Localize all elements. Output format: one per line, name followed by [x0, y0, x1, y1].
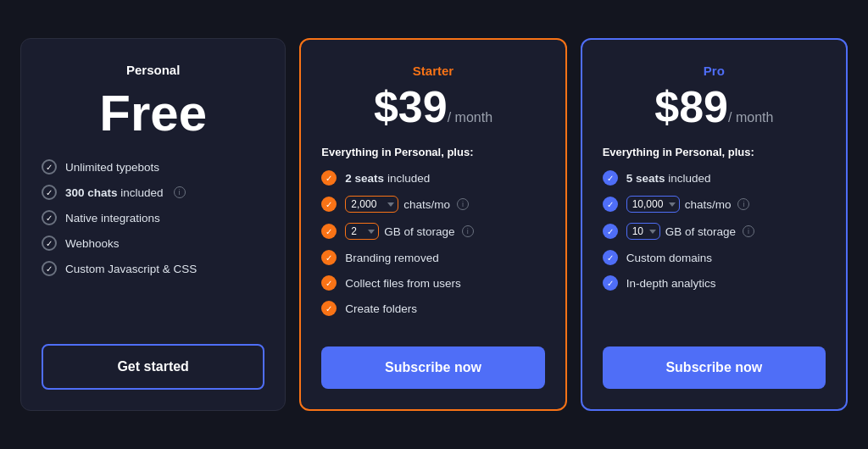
check-icon: ✓	[42, 261, 57, 276]
check-icon: ✓	[42, 210, 57, 225]
plan-per-month-pro: / month	[728, 110, 773, 125]
list-item: ✓300 chats includedi	[42, 185, 264, 200]
check-icon: ✓	[42, 236, 57, 251]
dropdown-starter-2[interactable]: 12510	[345, 223, 379, 240]
feature-text: Branding removed	[345, 252, 438, 264]
check-icon: ✓	[603, 275, 618, 291]
dropdown-pro-2[interactable]: 5102050	[626, 223, 660, 240]
info-icon[interactable]: i	[462, 225, 474, 237]
check-icon: ✓	[321, 250, 337, 265]
feature-suffix: chats/mo	[685, 198, 732, 211]
plan-per-month-starter: / month	[448, 110, 492, 125]
cta-area-personal: Get started	[42, 344, 264, 390]
plan-price-pro: $89/ month	[654, 82, 773, 131]
feature-suffix: GB of storage	[384, 225, 454, 238]
cta-area-pro: Subscribe now	[603, 346, 826, 389]
list-item: ✓Custom Javascript & CSS	[42, 261, 264, 276]
plan-name-personal: Personal	[42, 63, 264, 77]
feature-list-personal: ✓Unlimited typebots✓300 chats includedi✓…	[42, 159, 264, 324]
list-item: ✓2 seats included	[321, 170, 544, 186]
list-item: ✓Branding removed	[321, 250, 544, 265]
feature-bold-text: 2 seats	[345, 172, 384, 185]
plan-card-starter: Starter$39/ monthEverything in Personal,…	[299, 38, 566, 411]
list-item: ✓Native integrations	[42, 210, 264, 225]
cta-button-pro[interactable]: Subscribe now	[603, 346, 826, 389]
feature-list-starter: ✓2 seats included✓1,0002,0005,00010,000c…	[321, 170, 544, 326]
list-item: ✓1,0002,0005,00010,000chats/moi	[321, 196, 544, 213]
check-icon: ✓	[321, 301, 337, 316]
feature-suffix: GB of storage	[665, 225, 736, 238]
feature-text: In-depth analytics	[626, 277, 716, 290]
info-icon[interactable]: i	[737, 198, 749, 210]
check-icon: ✓	[603, 170, 618, 186]
list-item: ✓12510GB of storagei	[321, 223, 544, 240]
cta-button-personal[interactable]: Get started	[42, 344, 264, 390]
info-icon[interactable]: i	[743, 225, 754, 237]
check-icon: ✓	[321, 275, 337, 291]
check-icon: ✓	[603, 224, 618, 239]
feature-text: Native integrations	[65, 212, 160, 224]
plan-card-personal: PersonalFree✓Unlimited typebots✓300 chat…	[20, 38, 286, 411]
check-icon: ✓	[321, 224, 337, 239]
feature-text: Custom Javascript & CSS	[65, 263, 197, 275]
list-item: ✓Collect files from users	[321, 275, 544, 291]
plan-price-row-starter: $39/ month	[321, 85, 544, 129]
feature-inline: 1,0002,0005,00010,000chats/moi	[345, 196, 469, 213]
cta-area-starter: Subscribe now	[321, 346, 544, 389]
check-icon: ✓	[42, 159, 57, 175]
feature-text: Collect files from users	[345, 277, 461, 290]
plan-price-row-pro: $89/ month	[603, 85, 826, 129]
plan-everything-plus-pro: Everything in Personal, plus:	[603, 146, 826, 158]
feature-text: 300 chats included	[65, 186, 164, 199]
info-icon[interactable]: i	[174, 186, 186, 198]
feature-text: 2 seats included	[345, 172, 430, 185]
dropdown-pro-1[interactable]: 5,00010,00020,00050,000	[626, 196, 680, 213]
plan-card-pro: Pro$89/ monthEverything in Personal, plu…	[581, 38, 848, 411]
list-item: ✓5102050GB of storagei	[603, 223, 826, 240]
list-item: ✓Create folders	[321, 301, 544, 316]
list-item: ✓Unlimited typebots	[42, 159, 264, 175]
info-icon[interactable]: i	[457, 198, 469, 210]
check-icon: ✓	[321, 170, 337, 186]
feature-inline: 5102050GB of storagei	[626, 223, 754, 240]
plan-price-personal: Free	[42, 84, 264, 142]
check-icon: ✓	[42, 185, 57, 200]
list-item: ✓5,00010,00020,00050,000chats/moi	[603, 196, 826, 213]
dropdown-starter-1[interactable]: 1,0002,0005,00010,000	[345, 196, 398, 213]
list-item: ✓Webhooks	[42, 236, 264, 251]
list-item: ✓5 seats included	[603, 170, 826, 186]
plan-name-starter: Starter	[321, 64, 544, 78]
plan-name-pro: Pro	[603, 64, 826, 78]
plan-price-starter: $39/ month	[374, 82, 492, 131]
feature-text: 5 seats included	[626, 172, 711, 185]
feature-text: Unlimited typebots	[65, 161, 159, 174]
feature-list-pro: ✓5 seats included✓5,00010,00020,00050,00…	[603, 170, 826, 326]
plans-container: PersonalFree✓Unlimited typebots✓300 chat…	[0, 18, 868, 431]
list-item: ✓Custom domains	[603, 250, 826, 265]
feature-bold-text: 300 chats	[65, 186, 118, 199]
plan-everything-plus-starter: Everything in Personal, plus:	[321, 146, 544, 158]
list-item: ✓In-depth analytics	[603, 275, 826, 291]
check-icon: ✓	[603, 197, 618, 212]
check-icon: ✓	[321, 197, 337, 212]
feature-text: Webhooks	[65, 237, 120, 250]
check-icon: ✓	[603, 250, 618, 265]
feature-text: Create folders	[345, 302, 417, 315]
feature-inline: 5,00010,00020,00050,000chats/moi	[626, 196, 750, 213]
feature-text: Custom domains	[626, 252, 712, 264]
cta-button-starter[interactable]: Subscribe now	[321, 346, 544, 389]
feature-inline: 12510GB of storagei	[345, 223, 473, 240]
feature-suffix: chats/mo	[403, 198, 450, 211]
feature-bold-text: 5 seats	[626, 172, 665, 185]
